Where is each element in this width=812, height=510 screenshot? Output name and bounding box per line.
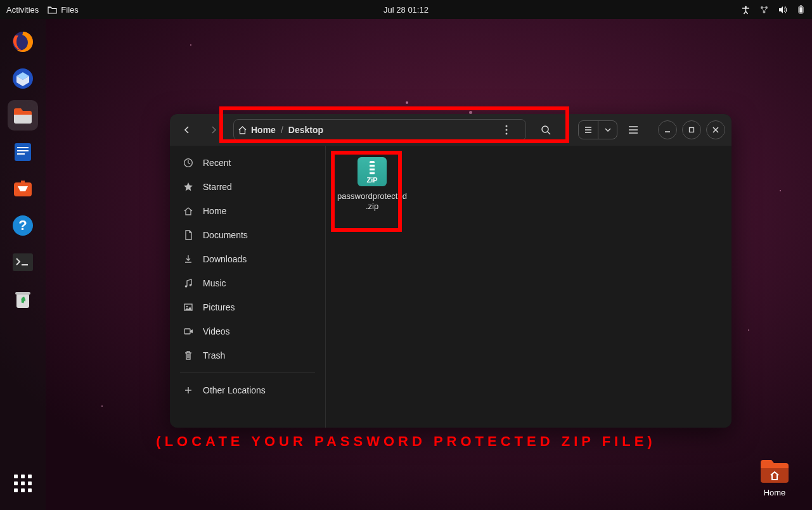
sidebar-item-other-locations[interactable]: Other Locations	[170, 378, 325, 402]
sidebar-separator	[180, 373, 315, 373]
annotation-text: (LOCATE YOUR PASSWORD PROTECTED ZIP FILE…	[89, 433, 723, 450]
file-pane[interactable]: ZiP passwordprotected.zip	[326, 146, 731, 428]
svg-rect-6	[799, 7, 802, 12]
breadcrumb-separator: /	[281, 125, 283, 135]
music-icon	[183, 277, 194, 289]
clock-label: Jul 28 01:12	[383, 5, 429, 15]
dock-app-help[interactable]: ?	[8, 210, 38, 241]
sidebar-item-label: Pictures	[203, 302, 235, 312]
sidebar-item-home[interactable]: Home	[170, 199, 325, 223]
network-icon[interactable]	[759, 5, 769, 15]
dock-app-files[interactable]	[8, 100, 38, 131]
svg-point-22	[506, 133, 508, 135]
download-icon	[183, 253, 194, 265]
breadcrumb-current[interactable]: Desktop	[288, 125, 323, 135]
maximize-icon	[688, 126, 695, 134]
home-icon	[238, 125, 247, 134]
desktop-item-label: Home	[752, 488, 797, 497]
dock-app-firefox[interactable]	[8, 27, 38, 57]
sidebar-item-music[interactable]: Music	[170, 271, 325, 295]
decoration-star	[406, 101, 408, 104]
battery-icon[interactable]	[796, 5, 806, 15]
trash-icon	[183, 350, 194, 361]
search-icon	[541, 125, 551, 135]
hamburger-icon	[628, 125, 638, 134]
breadcrumb-current-label: Desktop	[288, 125, 323, 135]
dock-app-terminal[interactable]	[8, 247, 38, 277]
app-menu[interactable]: Files	[48, 5, 78, 15]
sidebar-item-label: Recent	[203, 158, 231, 168]
sidebar-item-pictures[interactable]: Pictures	[170, 295, 325, 319]
svg-point-23	[542, 126, 548, 132]
sidebar-item-label: Trash	[203, 350, 225, 360]
decoration-star	[190, 44, 191, 46]
svg-rect-11	[17, 150, 29, 151]
app-menu-label: Files	[61, 5, 78, 15]
dock-app-trash[interactable]	[8, 284, 38, 314]
sidebar-item-videos[interactable]: Videos	[170, 319, 325, 343]
forward-button[interactable]	[203, 119, 224, 141]
sidebar-item-trash[interactable]: Trash	[170, 343, 325, 367]
svg-point-27	[190, 284, 192, 286]
decoration-star	[101, 405, 103, 407]
svg-rect-5	[800, 5, 802, 6]
minimize-button[interactable]	[658, 120, 677, 139]
breadcrumb-home-label: Home	[251, 125, 276, 135]
video-icon	[183, 326, 194, 337]
clock[interactable]: Jul 28 01:12	[383, 5, 429, 15]
svg-rect-10	[17, 147, 29, 148]
activities-label: Activities	[6, 5, 39, 15]
dock-app-ubuntu-software[interactable]	[8, 174, 38, 204]
sidebar-item-downloads[interactable]: Downloads	[170, 247, 325, 271]
dock-app-thunderbird[interactable]	[8, 63, 38, 94]
list-view-button[interactable]	[579, 120, 598, 139]
svg-rect-14	[21, 181, 25, 184]
search-button[interactable]	[535, 119, 557, 141]
folder-icon	[758, 456, 791, 484]
activities-button[interactable]: Activities	[6, 5, 39, 15]
view-dropdown-button[interactable]	[598, 120, 617, 139]
volume-icon[interactable]	[778, 5, 787, 15]
close-button[interactable]	[706, 120, 725, 139]
star-icon	[183, 181, 194, 193]
document-icon	[183, 229, 194, 241]
zip-icon: ZiP	[358, 157, 387, 186]
top-panel: Activities Files Jul 28 01:12	[0, 0, 812, 19]
picture-icon	[183, 302, 194, 313]
svg-rect-9	[15, 143, 31, 161]
dock: ?	[0, 19, 46, 510]
sidebar: Recent Starred Home Documents Downloads …	[170, 146, 326, 428]
show-applications-button[interactable]	[8, 468, 38, 499]
decoration-star	[780, 190, 781, 191]
sidebar-item-label: Starred	[203, 182, 232, 192]
home-icon	[183, 205, 194, 217]
sidebar-item-recent[interactable]: Recent	[170, 151, 325, 175]
sidebar-item-label: Downloads	[203, 254, 247, 264]
file-label: passwordprotected.zip	[337, 191, 407, 212]
breadcrumb-home[interactable]: Home	[238, 125, 276, 135]
svg-point-0	[745, 6, 747, 8]
sidebar-item-label: Other Locations	[203, 385, 266, 395]
svg-rect-30	[184, 329, 190, 334]
svg-rect-24	[690, 128, 694, 132]
svg-point-20	[506, 125, 508, 127]
back-button[interactable]	[176, 119, 198, 141]
dock-app-libreoffice-writer[interactable]	[8, 137, 38, 167]
sidebar-item-documents[interactable]: Documents	[170, 223, 325, 247]
chevron-left-icon	[183, 126, 191, 134]
maximize-button[interactable]	[682, 120, 701, 139]
svg-point-21	[506, 129, 508, 131]
accessibility-icon[interactable]	[741, 5, 751, 15]
path-bar[interactable]: Home / Desktop	[233, 119, 526, 141]
file-item-zip[interactable]: ZiP passwordprotected.zip	[337, 157, 407, 212]
decoration-star	[748, 329, 749, 331]
clock-icon	[183, 157, 194, 169]
sidebar-item-starred[interactable]: Starred	[170, 175, 325, 199]
svg-rect-12	[17, 153, 25, 155]
kebab-icon	[505, 125, 508, 135]
sidebar-item-label: Music	[203, 278, 226, 288]
hamburger-menu-button[interactable]	[622, 119, 644, 141]
desktop-home-folder[interactable]: Home	[752, 456, 797, 497]
path-menu-button[interactable]	[505, 125, 522, 135]
folder-icon	[48, 5, 57, 15]
